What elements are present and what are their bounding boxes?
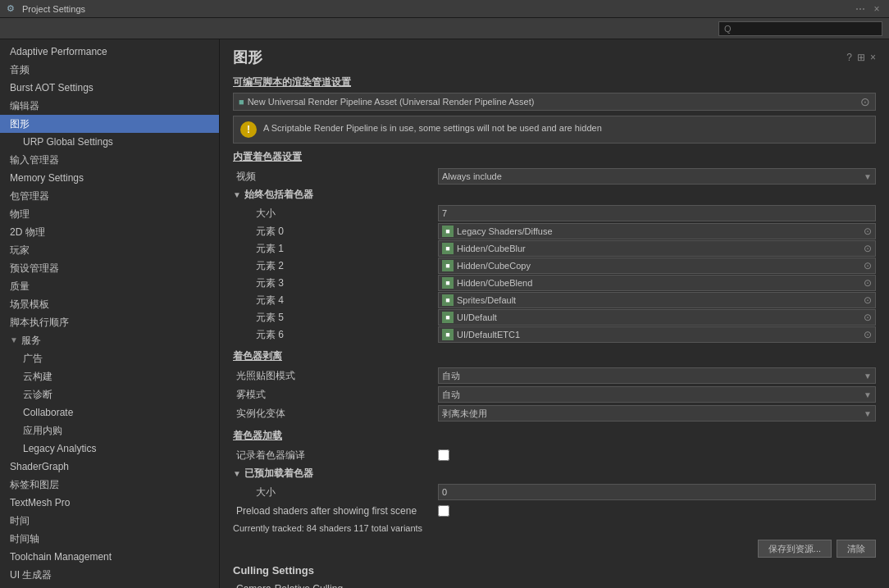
shader-icon-0: ■ (442, 226, 454, 237)
preload-shaders-row: Preload shaders after showing first scen… (233, 502, 876, 520)
shader-row-3: 元素 3■Hidden/CubeBlend⊙ (233, 275, 876, 291)
sidebar-item-version-control[interactable]: ▼版本控制 (0, 584, 219, 588)
shader-asset-6[interactable]: ■UI/DefaultETC1⊙ (438, 326, 876, 343)
shader-size-input[interactable] (438, 205, 876, 221)
shader-row-1: 元素 1■Hidden/CubeBlur⊙ (233, 240, 876, 257)
shader-asset-5[interactable]: ■UI/Default⊙ (438, 309, 876, 326)
sidebar-item-quality[interactable]: 质量 (0, 277, 219, 295)
sidebar-label-timeline: 时间轴 (10, 531, 39, 546)
sidebar-item-collaborate[interactable]: Collaborate (0, 403, 219, 422)
sidebar-label-physics-2d: 2D 物理 (10, 225, 45, 239)
sidebar-label-cloud-build: 云构建 (23, 369, 52, 384)
lightmap-row: 光照贴图模式 自动 ▼ (233, 367, 876, 385)
sidebar-label-toolchain-management: Toolchain Management (10, 549, 112, 564)
shader-asset-3[interactable]: ■Hidden/CubeBlend⊙ (438, 275, 876, 291)
sidebar-item-cloud-build[interactable]: 云构建 (0, 367, 219, 385)
shader-row-2: 元素 2■Hidden/CubeCopy⊙ (233, 258, 876, 274)
fog-dropdown[interactable]: 自动 ▼ (438, 386, 876, 403)
preloaded-size-input[interactable] (438, 484, 876, 500)
always-included-label: 始终包括着色器 (244, 188, 313, 202)
sidebar-item-burst-aot[interactable]: Burst AOT Settings (0, 79, 219, 97)
sidebar-item-graphics[interactable]: 图形 (0, 115, 219, 133)
preload-shaders-checkbox[interactable] (438, 505, 449, 517)
log-shader-checkbox[interactable] (438, 449, 449, 461)
shader-asset-text-0: Legacy Shaders/Diffuse (457, 226, 864, 236)
shader-size-row: 大小 (233, 204, 876, 222)
section-arrow-services: ▼ (10, 333, 18, 348)
lightmap-value: 自动 (442, 370, 460, 382)
shader-select-btn-5[interactable]: ⊙ (864, 312, 872, 323)
shader-select-btn-4[interactable]: ⊙ (864, 294, 872, 306)
sidebar-item-timeline[interactable]: 时间轴 (0, 530, 219, 548)
help-icon[interactable]: ? (846, 52, 852, 63)
sidebar-item-tags-layers[interactable]: 标签和图层 (0, 476, 219, 494)
sidebar-item-memory-settings[interactable]: Memory Settings (0, 169, 219, 187)
shader-asset-2[interactable]: ■Hidden/CubeCopy⊙ (438, 258, 876, 274)
shader-asset-4[interactable]: ■Sprites/Default⊙ (438, 292, 876, 308)
sidebar-label-preset-manager: 预设管理器 (10, 261, 59, 276)
shader-select-btn-0[interactable]: ⊙ (864, 226, 872, 237)
preloaded-size-label: 大小 (233, 485, 438, 499)
sidebar-item-legacy-analytics[interactable]: Legacy Analytics (0, 440, 219, 458)
sidebar-item-player[interactable]: 玩家 (0, 241, 219, 259)
shader-icon-1: ■ (442, 243, 454, 254)
video-row: 视频 Always include ▼ (233, 167, 876, 185)
sidebar-item-audio[interactable]: 音频 (0, 61, 219, 79)
clear-button[interactable]: 清除 (837, 540, 876, 558)
sidebar-label-audio: 音频 (10, 62, 30, 77)
sidebar-item-physics-2d[interactable]: 2D 物理 (0, 223, 219, 241)
sidebar-item-textmesh-pro[interactable]: TextMesh Pro (0, 494, 219, 512)
more-options-btn[interactable]: ⋯ (855, 3, 866, 15)
sidebar-item-script-exec-order[interactable]: 脚本执行顺序 (0, 313, 219, 331)
sidebar-item-preset-manager[interactable]: 预设管理器 (0, 259, 219, 277)
sidebar-item-ads[interactable]: 广告 (0, 349, 219, 367)
shader-row-4: 元素 4■Sprites/Default⊙ (233, 292, 876, 308)
shader-asset-text-1: Hidden/CubeBlur (457, 244, 864, 253)
sidebar-item-services[interactable]: ▼服务 (0, 331, 219, 349)
always-included-expand[interactable]: ▼ 始终包括着色器 (233, 186, 876, 203)
shader-element-label-6: 元素 6 (233, 328, 438, 342)
shader-select-btn-1[interactable]: ⊙ (864, 243, 872, 254)
shader-select-btn-3[interactable]: ⊙ (864, 277, 872, 289)
sidebar-item-time[interactable]: 时间 (0, 512, 219, 530)
preloaded-size-row: 大小 (233, 483, 876, 501)
shader-stripping-section: 着色器剥离 (233, 349, 876, 363)
preloaded-expand[interactable]: ▼ 已预加载着色器 (233, 465, 876, 481)
asset-select-btn[interactable]: ⊙ (860, 95, 870, 108)
sidebar-item-physics[interactable]: 物理 (0, 205, 219, 223)
scriptable-pipeline-label: 可编写脚本的渲染管道设置 (233, 75, 876, 89)
log-shader-row: 记录着色器编译 (233, 446, 876, 464)
sidebar-item-scene-template[interactable]: 场景模板 (0, 295, 219, 313)
close-btn[interactable]: × (871, 3, 882, 15)
preload-shaders-label: Preload shaders after showing first scen… (233, 505, 438, 517)
instancing-dropdown[interactable]: 剥离未使用 ▼ (438, 405, 876, 422)
sidebar-item-toolchain-management[interactable]: Toolchain Management (0, 548, 219, 566)
sidebar-item-adaptive-performance[interactable]: Adaptive Performance (0, 43, 219, 61)
settings-icon[interactable]: ⊞ (857, 52, 865, 63)
lightmap-label: 光照贴图模式 (233, 369, 438, 383)
sidebar-item-cloud-diagnostics[interactable]: 云诊断 (0, 385, 219, 403)
shader-select-btn-6[interactable]: ⊙ (864, 329, 872, 340)
content-area: 图形 ? ⊞ × 可编写脚本的渲染管道设置 ■ New Universal Re… (220, 39, 889, 588)
expand-arrow: ▼ (233, 190, 241, 199)
lightmap-dropdown[interactable]: 自动 ▼ (438, 367, 876, 384)
video-dropdown[interactable]: Always include ▼ (438, 168, 876, 185)
shader-element-label-5: 元素 5 (233, 311, 438, 325)
shader-asset-0[interactable]: ■Legacy Shaders/Diffuse⊙ (438, 223, 876, 239)
search-input[interactable] (718, 21, 882, 36)
sidebar-label-tags-layers: 标签和图层 (10, 477, 59, 492)
sidebar-item-in-app-purchasing[interactable]: 应用内购 (0, 422, 219, 440)
sidebar-item-editor[interactable]: 编辑器 (0, 97, 219, 115)
sidebar-item-urp-global[interactable]: URP Global Settings (0, 133, 219, 151)
sidebar-item-package-manager[interactable]: 包管理器 (0, 187, 219, 205)
shader-asset-1[interactable]: ■Hidden/CubeBlur⊙ (438, 240, 876, 257)
sidebar: Adaptive Performance音频Burst AOT Settings… (0, 39, 220, 588)
content-header: 图形 ? ⊞ × (233, 48, 876, 67)
sidebar-item-ui-builder[interactable]: UI 生成器 (0, 566, 219, 584)
sidebar-item-shader-graph[interactable]: ShaderGraph (0, 458, 219, 476)
sidebar-item-input-manager[interactable]: 输入管理器 (0, 151, 219, 169)
save-to-asset-button[interactable]: 保存到资源... (758, 540, 832, 558)
shader-select-btn-2[interactable]: ⊙ (864, 260, 872, 271)
close-panel-icon[interactable]: × (870, 52, 876, 63)
shader-asset-text-6: UI/DefaultETC1 (457, 330, 864, 340)
